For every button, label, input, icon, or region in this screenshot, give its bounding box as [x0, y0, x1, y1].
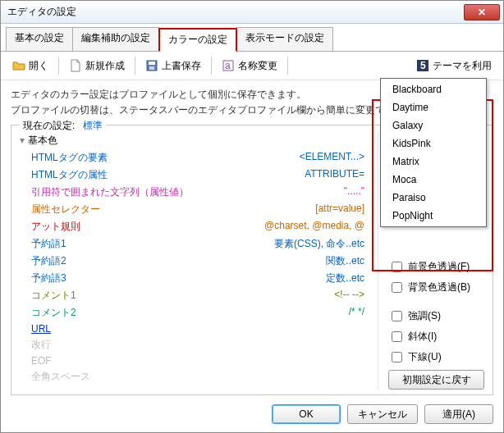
color-item-row[interactable]: 改行	[20, 336, 364, 353]
item-name: 予約語1	[20, 237, 66, 251]
item-sample: [attr=value]	[315, 203, 364, 216]
svg-text:a: a	[225, 60, 231, 71]
group-legend: 現在の設定: 標準	[20, 119, 106, 133]
bg-transparent-check[interactable]: 背景色透過(B)	[388, 280, 484, 295]
color-item-row[interactable]: 予約語2関数..etc	[20, 253, 364, 270]
theme-item-paraiso[interactable]: Paraiso	[381, 189, 486, 207]
item-name: アット規則	[20, 220, 80, 234]
current-profile: 標準	[83, 120, 103, 131]
color-item-row[interactable]: HTMLタグの要素<ELEMENT...>	[20, 149, 364, 166]
use-theme-button[interactable]: 5 テーマを利用	[413, 57, 497, 75]
cancel-button[interactable]: キャンセル	[347, 404, 418, 424]
tab-display[interactable]: 表示モードの設定	[236, 27, 333, 51]
window-title: エディタの設定	[7, 5, 76, 19]
color-item-row[interactable]: 予約語1要素(CSS), 命令..etc	[20, 235, 364, 253]
save-button[interactable]: 上書保存	[140, 57, 206, 75]
item-name: 改行	[20, 338, 51, 352]
open-button[interactable]: 開く	[7, 57, 53, 75]
separator	[211, 57, 212, 75]
theme-item-galaxy[interactable]: Galaxy	[381, 116, 486, 134]
color-item-row[interactable]: 全角スペース	[20, 368, 364, 385]
color-item-row[interactable]: HTMLタグの属性ATTRIBUTE=	[20, 166, 364, 184]
svg-rect-2	[149, 66, 154, 70]
item-name: 引用符で囲まれた文字列（属性値）	[20, 185, 189, 199]
rename-icon: a	[222, 59, 235, 72]
category-row[interactable]: ▾基本色	[20, 132, 364, 149]
tab-basic[interactable]: 基本の設定	[6, 27, 73, 51]
fg-transparent-check[interactable]: 前景色透過(F)	[388, 259, 484, 275]
folder-icon	[12, 59, 25, 72]
color-list: ▾基本色 HTMLタグの要素<ELEMENT...>HTMLタグの属性ATTRI…	[20, 132, 378, 390]
item-sample: 定数..etc	[326, 271, 364, 285]
item-sample: /* */	[349, 306, 364, 320]
item-name: コメント1	[20, 289, 76, 303]
color-item-row[interactable]: URL	[20, 321, 364, 336]
toolbar: 開く 新規作成 上書保存 a 名称変更 5 テーマを利用	[1, 52, 503, 80]
item-sample: @charset, @media, @	[264, 220, 364, 234]
item-name: EOF	[20, 355, 52, 367]
theme-icon: 5	[416, 59, 429, 72]
separator	[58, 57, 59, 75]
new-button[interactable]: 新規作成	[64, 57, 130, 75]
color-item-row[interactable]: EOF	[20, 353, 364, 368]
ok-button[interactable]: OK	[272, 404, 341, 424]
item-name: HTMLタグの要素	[20, 151, 108, 165]
item-sample: 関数..etc	[326, 254, 364, 268]
chevron-down-icon: ▾	[20, 134, 28, 146]
item-sample: ATTRIBUTE=	[305, 168, 364, 182]
item-sample: 要素(CSS), 命令..etc	[274, 237, 364, 251]
reset-button[interactable]: 初期設定に戻す	[388, 370, 484, 390]
color-item-row[interactable]: コメント1<!-- -->	[20, 287, 364, 304]
bold-check[interactable]: 強調(S)	[388, 308, 484, 324]
color-item-row[interactable]: 引用符で囲まれた文字列（属性値）"....."	[20, 184, 364, 201]
svg-rect-1	[149, 62, 155, 65]
theme-item-kidspink[interactable]: KidsPink	[381, 134, 486, 153]
close-icon: ✕	[478, 7, 486, 18]
color-item-row[interactable]: コメント2/* */	[20, 304, 364, 321]
dialog-window: エディタの設定 ✕ 基本の設定 編集補助の設定 カラーの設定 表示モードの設定 …	[0, 0, 504, 433]
titlebar: エディタの設定 ✕	[1, 1, 503, 24]
theme-item-moca[interactable]: Moca	[381, 171, 486, 189]
rename-button[interactable]: a 名称変更	[217, 57, 282, 75]
item-name: 全角スペース	[20, 370, 90, 384]
apply-button[interactable]: 適用(A)	[424, 404, 493, 424]
item-sample: <!-- -->	[334, 289, 364, 303]
item-name: 属性セレクター	[20, 203, 100, 216]
theme-item-blackboard[interactable]: Blackboard	[381, 80, 486, 98]
item-sample: "....."	[344, 185, 364, 199]
item-name: 予約語2	[20, 254, 66, 268]
theme-item-daytime[interactable]: Daytime	[381, 98, 486, 116]
theme-dropdown: Blackboard Daytime Galaxy KidsPink Matri…	[380, 78, 487, 227]
separator	[287, 57, 288, 75]
separator	[135, 57, 135, 75]
svg-text:5: 5	[420, 60, 426, 71]
theme-item-matrix[interactable]: Matrix	[381, 153, 486, 171]
item-name: コメント2	[20, 306, 76, 320]
tab-assist[interactable]: 編集補助の設定	[72, 27, 159, 51]
save-icon	[145, 59, 158, 72]
item-name: HTMLタグの属性	[20, 168, 108, 182]
underline-check[interactable]: 下線(U)	[388, 349, 484, 365]
dialog-buttons: OK キャンセル 適用(A)	[272, 404, 493, 424]
color-item-row[interactable]: アット規則@charset, @media, @	[20, 218, 364, 235]
item-name: 予約語3	[20, 271, 66, 285]
file-icon	[69, 59, 82, 72]
italic-check[interactable]: 斜体(I)	[388, 329, 484, 344]
tab-color[interactable]: カラーの設定	[158, 28, 237, 52]
color-item-row[interactable]: 予約語3定数..etc	[20, 270, 364, 287]
close-button[interactable]: ✕	[464, 4, 500, 21]
tab-bar: 基本の設定 編集補助の設定 カラーの設定 表示モードの設定	[1, 24, 503, 52]
color-item-row[interactable]: 属性セレクター[attr=value]	[20, 201, 364, 218]
item-name: URL	[20, 323, 51, 335]
item-sample: <ELEMENT...>	[300, 151, 364, 165]
theme-item-popnight[interactable]: PopNight	[381, 207, 486, 225]
